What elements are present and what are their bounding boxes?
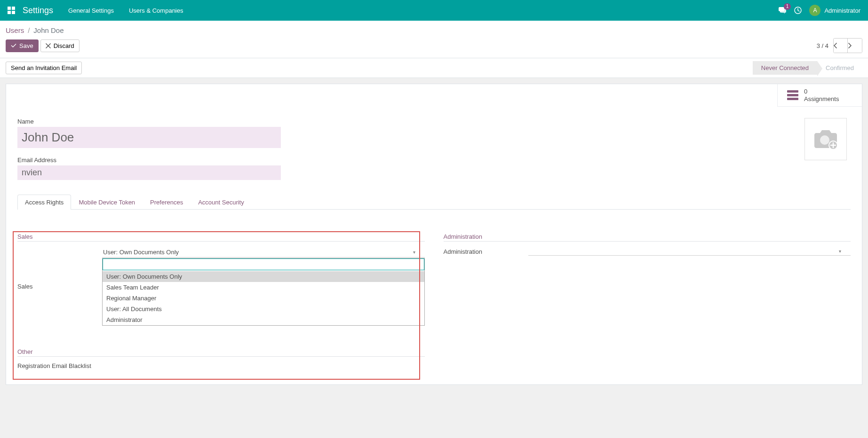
- dropdown-option[interactable]: User: Own Documents Only: [103, 271, 424, 282]
- tab-account-security[interactable]: Account Security: [191, 195, 252, 210]
- pager-prev[interactable]: [834, 39, 848, 53]
- breadcrumb-sep: /: [28, 26, 30, 34]
- tasks-icon: [787, 90, 798, 101]
- breadcrumb-current: John Doe: [33, 26, 64, 34]
- discard-button[interactable]: Discard: [40, 39, 80, 52]
- chevron-left-icon: [834, 43, 837, 48]
- select-admin-display[interactable]: ▾: [528, 247, 851, 256]
- save-label: Save: [19, 42, 33, 49]
- row-blacklist: Registration Email Blacklist: [17, 362, 425, 369]
- pager: 3 / 4: [817, 38, 862, 53]
- section-other: Other: [17, 348, 425, 357]
- status-steps: Never Connected Confirmed: [753, 61, 862, 75]
- stat-assignments[interactable]: 0 Assignments: [777, 84, 862, 107]
- row-admin: Administration ▾: [444, 247, 851, 256]
- messages-badge: 1: [784, 3, 791, 10]
- apps-icon[interactable]: [8, 7, 15, 14]
- app-title: Settings: [23, 6, 53, 16]
- statusbar: Send an Invitation Email Never Connected…: [0, 58, 868, 78]
- row-sales: Sales User: Own Documents Only ▾ User: O…: [17, 247, 425, 326]
- select-sales-display[interactable]: User: Own Documents Only ▾: [102, 247, 425, 258]
- dropdown-search-input[interactable]: [103, 258, 424, 270]
- image-upload[interactable]: [804, 118, 847, 160]
- name-label: Name: [17, 118, 804, 125]
- send-invitation-button[interactable]: Send an Invitation Email: [6, 62, 82, 74]
- label-blacklist: Registration Email Blacklist: [17, 362, 91, 369]
- email-input[interactable]: [17, 165, 281, 180]
- user-name: Administrator: [824, 7, 860, 14]
- tab-access-rights[interactable]: Access Rights: [17, 195, 71, 210]
- tab-mobile-token[interactable]: Mobile Device Token: [71, 195, 143, 210]
- camera-add-icon: [812, 127, 839, 151]
- tab-preferences[interactable]: Preferences: [143, 195, 191, 210]
- stat-value: 0: [804, 88, 839, 95]
- select-sales[interactable]: User: Own Documents Only ▾ User: Own Doc…: [102, 247, 425, 326]
- nav-links: General Settings Users & Companies: [68, 7, 183, 14]
- breadcrumb: Users / John Doe: [6, 26, 862, 34]
- stat-label: Assignments: [804, 95, 839, 103]
- col-sales: Sales Sales User: Own Documents Only ▾: [17, 233, 425, 373]
- dropdown-option[interactable]: User: All Documents: [103, 304, 424, 314]
- name-input[interactable]: [17, 127, 281, 148]
- dropdown-option[interactable]: Administrator: [103, 314, 424, 325]
- toolbar: Save Discard 3 / 4: [6, 38, 862, 58]
- pager-arrows: [833, 38, 862, 53]
- chevron-down-icon: ▾: [839, 249, 841, 254]
- label-admin: Administration: [444, 248, 510, 255]
- close-icon: [46, 43, 51, 48]
- breadcrumb-root[interactable]: Users: [6, 26, 24, 34]
- save-button[interactable]: Save: [6, 39, 39, 52]
- discard-label: Discard: [54, 42, 74, 49]
- select-admin[interactable]: ▾: [528, 247, 851, 256]
- stat-text: 0 Assignments: [804, 88, 839, 102]
- svg-rect-3: [787, 98, 798, 100]
- chevron-down-icon: ▾: [413, 250, 415, 255]
- content: 0 Assignments Name Email Address: [0, 78, 868, 391]
- topnav-right: 1 A Administrator: [778, 5, 860, 16]
- svg-rect-2: [787, 94, 798, 96]
- chevron-right-icon: [848, 43, 852, 48]
- avatar: A: [809, 5, 820, 16]
- email-label: Email Address: [17, 156, 804, 164]
- form-sheet: 0 Assignments Name Email Address: [6, 84, 862, 385]
- top-nav: Settings General Settings Users & Compan…: [0, 0, 868, 21]
- dropdown-option[interactable]: Sales Team Leader: [103, 282, 424, 293]
- check-icon: [11, 43, 16, 48]
- col-admin: Administration Administration ▾: [444, 233, 851, 373]
- dropdown-sales: User: Own Documents OnlySales Team Leade…: [102, 258, 425, 326]
- status-never-connected[interactable]: Never Connected: [753, 61, 817, 75]
- control-bar: Users / John Doe Save Discard 3 / 4: [0, 21, 868, 58]
- pager-text: 3 / 4: [817, 42, 828, 49]
- dropdown-option[interactable]: Regional Manager: [103, 293, 424, 304]
- section-sales: Sales: [17, 233, 425, 242]
- nav-general-settings[interactable]: General Settings: [68, 7, 114, 14]
- status-confirmed[interactable]: Confirmed: [817, 61, 862, 75]
- dropdown-list: User: Own Documents OnlySales Team Leade…: [103, 271, 424, 325]
- svg-rect-1: [787, 90, 798, 93]
- tabs: Access Rights Mobile Device Token Prefer…: [17, 194, 851, 210]
- save-discard-group: Save Discard: [6, 39, 80, 52]
- select-sales-value: User: Own Documents Only: [103, 249, 179, 256]
- user-menu[interactable]: A Administrator: [809, 5, 860, 16]
- activity-icon[interactable]: [794, 7, 802, 14]
- svg-point-4: [820, 135, 829, 145]
- section-admin: Administration: [444, 233, 851, 242]
- tab-body: Sales Sales User: Own Documents Only ▾: [17, 210, 851, 373]
- label-sales: Sales: [17, 283, 83, 290]
- pager-next[interactable]: [848, 39, 862, 53]
- nav-users-companies[interactable]: Users & Companies: [129, 7, 183, 14]
- messages-icon[interactable]: 1: [778, 7, 787, 14]
